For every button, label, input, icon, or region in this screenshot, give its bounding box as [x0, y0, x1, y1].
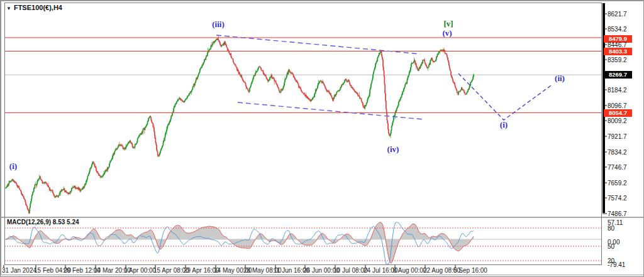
- time-axis-label: 1 Apr 00:00: [124, 267, 156, 274]
- price-axis-label: 8621.7: [608, 11, 627, 18]
- price-axis-label: 7834.2: [608, 149, 627, 156]
- price-axis-label: 8446.7: [608, 41, 627, 48]
- elliott-wave-label[interactable]: (iv): [387, 144, 399, 155]
- symbol-title-bar: ▼FTSE100(€),H4: [6, 4, 62, 11]
- price-axis-label: 8096.7: [608, 102, 627, 109]
- price-axis-label: 7746.7: [608, 164, 627, 171]
- elliott-wave-label[interactable]: (i): [500, 120, 508, 130]
- price-axis-label: 8534.2: [608, 26, 627, 33]
- price-axis-label: 7574.2: [608, 195, 627, 202]
- time-axis-label: 8 Aug 00:00: [393, 267, 426, 274]
- window-bottom-edge: [1, 274, 644, 277]
- price-axis-label: 8184.2: [608, 87, 627, 94]
- time-axis-label: 5 Sep 16:00: [453, 267, 487, 274]
- price-axis-label: 7921.7: [608, 133, 627, 140]
- elliott-wave-label[interactable]: (iii): [212, 19, 225, 30]
- macd-indicator-label: MACD(12,26,9) 8.53 5.24: [7, 219, 79, 225]
- elliott-wave-label[interactable]: (v): [442, 28, 452, 38]
- price-axis-label: 8009.2: [608, 117, 627, 124]
- price-axis-label: 7659.2: [608, 180, 627, 187]
- price-axis-label: 7486.7: [608, 210, 627, 217]
- chevron-down-icon[interactable]: ▼: [6, 6, 11, 11]
- time-axis-label: 10 Jul 08:00: [333, 267, 368, 274]
- current-price-badge: 8269.7: [604, 71, 632, 79]
- symbol-title: FTSE100(€),H4: [14, 4, 62, 11]
- macd-axis-label: 50: [608, 243, 614, 250]
- chart-window: ▼FTSE100(€),H4 MACD(12,26,9) 8.53 5.24 8…: [0, 0, 644, 277]
- macd-axis-label: 80: [608, 225, 614, 232]
- level-price-badge: 8403.3: [604, 48, 632, 55]
- elliott-wave-label[interactable]: [v]: [443, 19, 453, 29]
- elliott-wave-label[interactable]: (ii): [555, 73, 565, 84]
- elliott-wave-label[interactable]: (i): [9, 161, 17, 171]
- time-axis-label: 31 Jan 2024: [2, 267, 36, 274]
- chart-canvas[interactable]: [1, 1, 644, 277]
- level-price-badge: 8054.7: [604, 109, 632, 117]
- macd-axis-label: -79.41: [608, 261, 625, 268]
- price-axis-label: 8359.2: [608, 57, 627, 63]
